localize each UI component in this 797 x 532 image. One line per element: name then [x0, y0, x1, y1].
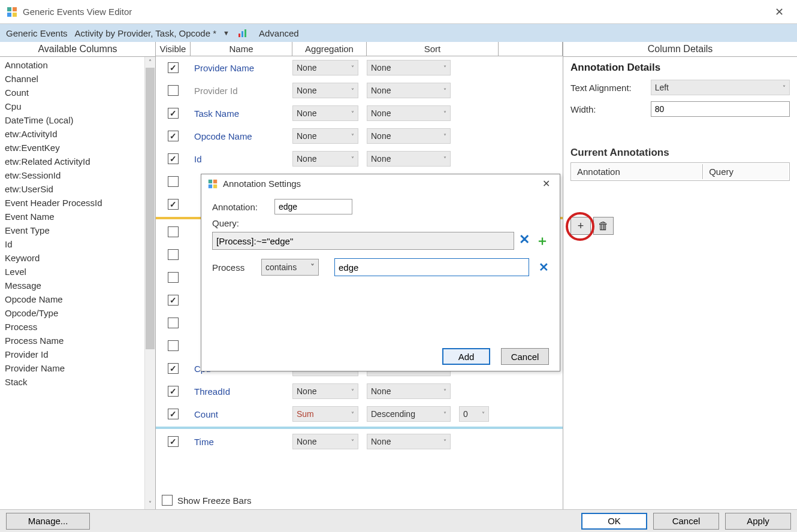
column-name[interactable]: Count	[191, 409, 292, 419]
cancel-button[interactable]: Cancel	[653, 513, 719, 530]
available-column-item[interactable]: Id	[0, 237, 144, 251]
column-header-sort[interactable]: Sort	[367, 42, 499, 56]
scroll-down-icon[interactable]: ˅	[145, 498, 155, 509]
annotations-th-query[interactable]: Query	[704, 164, 788, 179]
sort-select[interactable]: Descending˅	[367, 406, 451, 422]
dialog-add-button[interactable]: Add	[442, 348, 490, 365]
aggregation-select[interactable]: None˅	[292, 105, 358, 121]
manage-button[interactable]: Manage...	[6, 513, 90, 530]
sort-select[interactable]: None˅	[367, 83, 451, 98]
close-icon[interactable]: ✕	[539, 178, 554, 189]
available-column-item[interactable]: Cpu	[0, 99, 144, 113]
visible-checkbox[interactable]	[168, 199, 179, 210]
dialog-cancel-button[interactable]: Cancel	[501, 348, 549, 365]
column-name[interactable]: Task Name	[191, 108, 292, 119]
width-input[interactable]	[651, 101, 790, 117]
visible-checkbox[interactable]	[168, 295, 179, 306]
available-column-item[interactable]: Process Name	[0, 334, 144, 347]
available-column-item[interactable]: etw:ActivityId	[0, 127, 144, 141]
available-column-item[interactable]: Channel	[0, 72, 144, 86]
visible-checkbox[interactable]	[168, 340, 179, 351]
available-column-item[interactable]: Process	[0, 320, 144, 334]
show-freeze-bars-checkbox[interactable]	[162, 495, 173, 506]
add-clause-icon[interactable]: ＋	[536, 232, 549, 250]
visible-checkbox[interactable]	[168, 363, 179, 374]
visible-checkbox[interactable]	[168, 272, 179, 283]
column-header-name[interactable]: Name	[191, 42, 292, 56]
remove-clause-icon[interactable]: ✕	[519, 232, 530, 250]
filter-operator-select[interactable]: contains˅	[261, 259, 319, 276]
visible-checkbox[interactable]	[168, 131, 179, 141]
annotation-input[interactable]	[274, 199, 352, 214]
column-header-visible[interactable]: Visible	[156, 42, 191, 56]
remove-filter-icon[interactable]: ✕	[539, 260, 549, 274]
add-annotation-button[interactable]: +	[570, 217, 591, 235]
available-column-item[interactable]: etw:EventKey	[0, 141, 144, 155]
chart-icon[interactable]	[237, 28, 248, 38]
scrollbar[interactable]: ˄ ˅	[144, 57, 155, 509]
available-column-item[interactable]: Event Type	[0, 223, 144, 237]
sort-select[interactable]: None˅	[367, 105, 451, 121]
visible-checkbox[interactable]	[168, 153, 179, 164]
available-column-item[interactable]: etw:UserSid	[0, 182, 144, 196]
menu-activity-preset[interactable]: Activity by Provider, Task, Opcode *	[73, 27, 219, 40]
aggregation-select[interactable]: None˅	[292, 128, 358, 144]
sort-select[interactable]: None˅	[367, 434, 451, 449]
visible-checkbox[interactable]	[168, 85, 179, 96]
aggregation-select[interactable]: None˅	[292, 383, 358, 399]
available-column-item[interactable]: Event Header ProcessId	[0, 196, 144, 210]
sort-select[interactable]: None˅	[367, 128, 451, 144]
available-column-item[interactable]: etw:Related ActivityId	[0, 155, 144, 168]
available-column-item[interactable]: Annotation	[0, 58, 144, 72]
available-column-item[interactable]: Opcode/Type	[0, 306, 144, 320]
chevron-down-icon[interactable]: ▼	[221, 29, 231, 37]
column-name[interactable]: Provider Id	[191, 86, 292, 96]
visible-checkbox[interactable]	[168, 318, 179, 328]
visible-checkbox[interactable]	[168, 226, 179, 237]
filter-value-input[interactable]	[334, 258, 529, 276]
scroll-up-icon[interactable]: ˄	[145, 57, 155, 68]
visible-checkbox[interactable]	[168, 436, 179, 447]
available-column-item[interactable]: Stack	[0, 375, 144, 389]
available-column-item[interactable]: Provider Name	[0, 361, 144, 375]
sort-order-select[interactable]: 0˅	[459, 406, 489, 422]
aggregation-select[interactable]: Sum˅	[292, 406, 358, 422]
sort-select[interactable]: None˅	[367, 383, 451, 399]
sort-select[interactable]: None˅	[367, 151, 451, 167]
visible-checkbox[interactable]	[168, 62, 179, 73]
menu-advanced[interactable]: Advanced	[256, 27, 301, 40]
visible-checkbox[interactable]	[168, 409, 179, 419]
available-column-item[interactable]: Provider Id	[0, 347, 144, 361]
separator-bar[interactable]	[156, 427, 563, 429]
visible-checkbox[interactable]	[168, 176, 179, 187]
available-column-item[interactable]: Message	[0, 279, 144, 292]
column-header-aggregation[interactable]: Aggregation	[292, 42, 367, 56]
delete-annotation-button[interactable]: 🗑	[593, 217, 614, 235]
sort-select[interactable]: None˅	[367, 60, 451, 75]
available-column-item[interactable]: DateTime (Local)	[0, 113, 144, 127]
menu-generic-events[interactable]: Generic Events	[4, 27, 70, 40]
aggregation-select[interactable]: None˅	[292, 151, 358, 167]
available-column-item[interactable]: etw:SessionId	[0, 168, 144, 182]
column-name[interactable]: Provider Name	[191, 63, 292, 73]
aggregation-select[interactable]: None˅	[292, 434, 358, 449]
aggregation-select[interactable]: None˅	[292, 83, 358, 98]
column-name[interactable]: Time	[191, 437, 292, 447]
apply-button[interactable]: Apply	[725, 513, 791, 530]
visible-checkbox[interactable]	[168, 249, 179, 260]
available-column-item[interactable]: Event Name	[0, 210, 144, 223]
column-name[interactable]: ThreadId	[191, 386, 292, 397]
aggregation-select[interactable]: None˅	[292, 60, 358, 75]
ok-button[interactable]: OK	[581, 513, 647, 530]
text-alignment-select[interactable]: Left˅	[651, 80, 790, 95]
visible-checkbox[interactable]	[168, 108, 179, 119]
column-name[interactable]: Id	[191, 154, 292, 164]
available-column-item[interactable]: Keyword	[0, 251, 144, 265]
available-columns-list[interactable]: AnnotationChannelCountCpuDateTime (Local…	[0, 57, 144, 509]
close-icon[interactable]: ✕	[767, 5, 791, 19]
column-name[interactable]: Opcode Name	[191, 131, 292, 141]
available-column-item[interactable]: Count	[0, 86, 144, 99]
annotations-th-annotation[interactable]: Annotation	[572, 164, 703, 179]
available-column-item[interactable]: Level	[0, 265, 144, 279]
scroll-thumb[interactable]	[146, 68, 155, 349]
